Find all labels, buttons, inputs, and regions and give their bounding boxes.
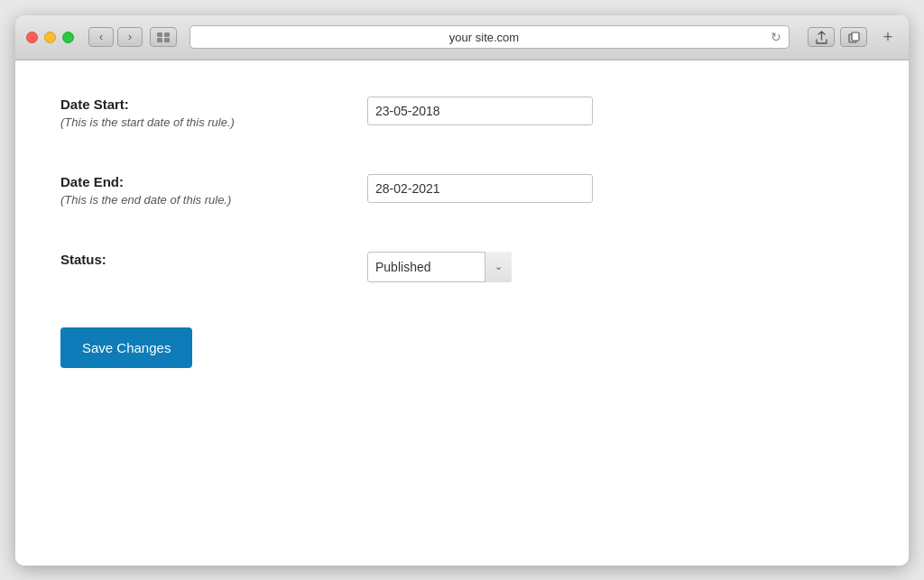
date-start-row: Date Start: (This is the start date of t… — [60, 97, 864, 138]
date-end-hint: (This is the end date of this rule.) — [60, 193, 331, 207]
date-end-label: Date End: — [60, 174, 331, 189]
save-changes-button[interactable]: Save Changes — [60, 327, 192, 368]
url-text: your site.com — [198, 31, 771, 44]
date-start-section: Date Start: (This is the start date of t… — [60, 97, 864, 138]
date-start-hint: (This is the start date of this rule.) — [60, 115, 331, 129]
share-button[interactable] — [808, 27, 835, 47]
tab-view-button[interactable] — [150, 27, 177, 47]
traffic-lights — [26, 32, 74, 43]
maximize-button[interactable] — [62, 32, 74, 43]
browser-window: ‹ › your site.com ↻ — [15, 15, 909, 566]
svg-rect-3 — [164, 38, 170, 42]
minimize-button[interactable] — [44, 32, 56, 43]
date-start-label-group: Date Start: (This is the start date of t… — [60, 97, 331, 138]
svg-rect-0 — [157, 32, 162, 37]
status-label-group: Status: — [60, 252, 331, 271]
date-start-label: Date Start: — [60, 97, 331, 112]
date-end-input[interactable] — [367, 174, 593, 203]
status-select[interactable]: Published Draft Private — [367, 252, 512, 282]
status-label: Status: — [60, 252, 331, 267]
svg-rect-1 — [164, 32, 170, 37]
duplicate-button[interactable] — [840, 27, 867, 47]
browser-actions — [808, 27, 867, 47]
add-tab-icon: + — [878, 27, 898, 47]
back-button[interactable]: ‹ — [88, 27, 114, 47]
date-end-row: Date End: (This is the end date of this … — [60, 174, 864, 216]
address-bar[interactable]: your site.com ↻ — [189, 25, 790, 49]
status-select-wrapper: Published Draft Private ⌄ — [367, 252, 512, 282]
status-section: Status: Published Draft Private ⌄ — [60, 252, 864, 282]
svg-rect-5 — [852, 32, 859, 41]
forward-button[interactable]: › — [117, 27, 143, 47]
date-start-input[interactable] — [367, 97, 593, 125]
status-row: Status: Published Draft Private ⌄ — [60, 252, 864, 282]
date-end-label-group: Date End: (This is the end date of this … — [60, 174, 331, 216]
svg-rect-2 — [157, 38, 162, 42]
browser-titlebar: ‹ › your site.com ↻ — [15, 15, 909, 60]
close-button[interactable] — [26, 32, 38, 43]
date-end-section: Date End: (This is the end date of this … — [60, 174, 864, 216]
browser-content: Date Start: (This is the start date of t… — [15, 60, 909, 566]
refresh-icon[interactable]: ↻ — [771, 30, 781, 44]
nav-buttons: ‹ › — [88, 27, 143, 47]
